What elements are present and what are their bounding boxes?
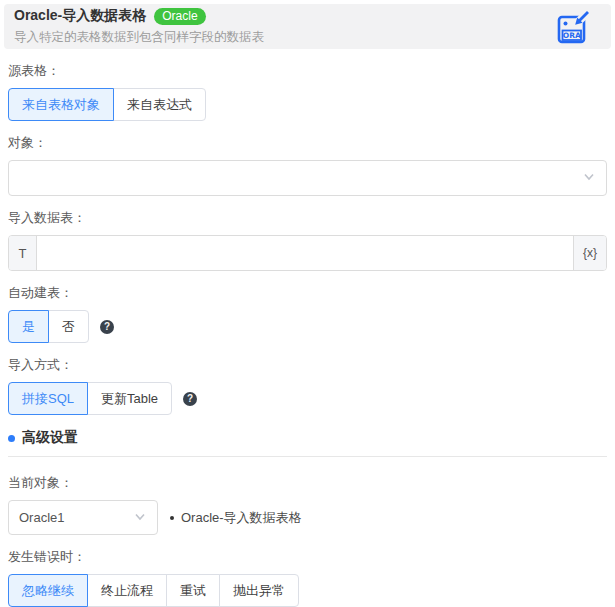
import-table-input[interactable] (37, 236, 573, 270)
current-object-label: 当前对象： (8, 474, 607, 492)
current-object-select[interactable]: Oracle1 (8, 500, 158, 535)
source-from-table-object-button[interactable]: 来自表格对象 (8, 88, 114, 121)
import-table-input-group: T {x} (8, 235, 607, 271)
on-error-group: 忽略继续 终止流程 重试 抛出异常 (8, 574, 299, 607)
bullet-icon (170, 516, 174, 520)
oracle-badge: Oracle (154, 8, 205, 25)
header-text-block: Oracle-导入数据表格 Oracle 导入特定的表格数据到包含同样字段的数据… (14, 7, 264, 46)
advanced-settings-title: 高级设置 (22, 429, 78, 447)
section-dot-icon (8, 435, 15, 442)
on-error-label: 发生错误时： (8, 548, 607, 566)
source-table-group: 来自表格对象 来自表达式 (8, 88, 206, 121)
import-mode-group: 拼接SQL 更新Table (8, 382, 172, 415)
section-divider (8, 456, 607, 457)
oracle-import-icon: ORA (553, 7, 593, 47)
help-icon[interactable]: ? (183, 392, 197, 406)
advanced-settings-header: 高级设置 (8, 429, 607, 447)
ora-icon-label: ORA (563, 31, 581, 40)
page-title: Oracle-导入数据表格 (14, 7, 146, 25)
object-label: 对象： (8, 134, 607, 152)
import-table-label: 导入数据表： (8, 209, 607, 227)
import-mode-sql-button[interactable]: 拼接SQL (8, 382, 88, 415)
component-header: Oracle-导入数据表格 Oracle 导入特定的表格数据到包含同样字段的数据… (4, 4, 611, 49)
auto-create-group: 是 否 (8, 310, 89, 343)
help-icon[interactable]: ? (100, 320, 114, 334)
error-throw-exception-button[interactable]: 抛出异常 (219, 574, 299, 607)
current-object-note: Oracle-导入数据表格 (170, 509, 302, 527)
auto-create-label: 自动建表： (8, 284, 607, 302)
import-mode-update-table-button[interactable]: 更新Table (87, 382, 172, 415)
auto-create-no-button[interactable]: 否 (48, 310, 89, 343)
source-from-expression-button[interactable]: 来自表达式 (113, 88, 206, 121)
current-object-note-text: Oracle-导入数据表格 (181, 509, 302, 527)
current-object-value: Oracle1 (19, 510, 65, 525)
chevron-down-icon (133, 509, 147, 526)
object-select[interactable] (8, 160, 607, 196)
chevron-down-icon (582, 170, 596, 187)
auto-create-yes-button[interactable]: 是 (8, 310, 49, 343)
expression-addon[interactable]: {x} (573, 236, 606, 270)
import-mode-label: 导入方式： (8, 356, 607, 374)
config-form: 源表格： 来自表格对象 来自表达式 对象： 导入数据表： T {x} 自动建表：… (0, 62, 615, 607)
error-ignore-continue-button[interactable]: 忽略继续 (8, 574, 88, 607)
page-subtitle: 导入特定的表格数据到包含同样字段的数据表 (14, 29, 264, 46)
text-type-addon[interactable]: T (9, 236, 37, 270)
error-retry-button[interactable]: 重试 (166, 574, 220, 607)
source-table-label: 源表格： (8, 62, 607, 80)
error-stop-flow-button[interactable]: 终止流程 (87, 574, 167, 607)
